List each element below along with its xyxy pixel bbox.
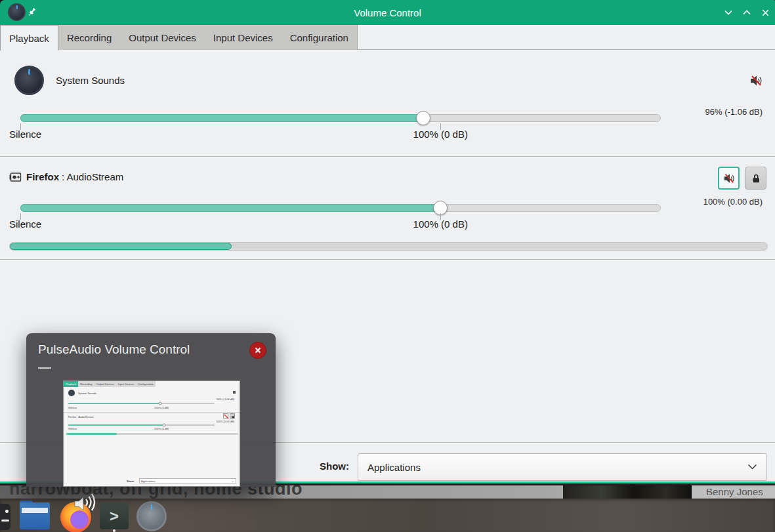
system-sounds-label: System Sounds <box>56 75 125 86</box>
tab-bar: Playback Recording Output Devices Input … <box>0 25 775 50</box>
preview-dash <box>38 367 51 369</box>
system-volume-slider[interactable]: Silence 100% (0 dB) <box>20 114 661 122</box>
running-indicator <box>113 529 115 532</box>
mini-tab-bar: Playback Recording Output Devices Input … <box>64 381 156 387</box>
system-volume-readout: 96% (-1.06 dB) <box>705 107 763 117</box>
app-volume-knob-icon <box>8 3 26 21</box>
preview-close-button[interactable] <box>249 342 266 359</box>
firefox-app-name: Firefox <box>26 171 59 182</box>
firefox-lock-channels-button[interactable] <box>745 167 766 190</box>
close-icon <box>254 346 262 354</box>
firefox-stream-suffix: : AudioStream <box>62 171 123 182</box>
system-sounds-knob-icon <box>14 66 44 95</box>
show-dropdown-value: Applications <box>367 462 747 473</box>
firefox-volume-slider[interactable]: Silence 100% (0 dB) <box>20 204 661 212</box>
mini-lock-button <box>230 413 235 419</box>
tab-input-devices[interactable]: Input Devices <box>205 25 282 50</box>
tab-recording[interactable]: Recording <box>58 25 120 50</box>
preview-thumbnail[interactable]: Playback Recording Output Devices Input … <box>63 380 240 487</box>
firefox-peak-meter <box>9 242 768 251</box>
slider-handle[interactable] <box>416 111 430 125</box>
slider-fill <box>20 114 423 122</box>
mini-firefox-label: Firefox : AudioStream <box>68 415 93 419</box>
menu-icon[interactable] <box>0 504 10 530</box>
background-credit: Benny Jones <box>706 486 763 497</box>
titlebar: Volume Control <box>0 0 775 25</box>
background-video-thumbnail <box>563 485 692 499</box>
window-title: Volume Control <box>0 7 775 18</box>
mini-mute-button <box>223 413 228 419</box>
tab-playback[interactable]: Playback <box>0 25 58 51</box>
mini-knob-icon <box>68 390 75 396</box>
pin-icon[interactable] <box>26 7 37 18</box>
firefox-stream-label: Firefox: AudioStream <box>26 171 123 182</box>
mini-mute-icon <box>233 391 236 394</box>
firefox-mute-button[interactable] <box>718 167 740 190</box>
volume-control-taskbar-icon[interactable] <box>136 501 167 531</box>
lock-icon <box>750 173 762 184</box>
audio-playing-indicator-icon <box>72 491 96 517</box>
tab-strip: Playback Recording Output Devices Input … <box>0 25 358 50</box>
firefox-volume-readout: 100% (0.00 dB) <box>703 197 763 207</box>
roll-up-button[interactable] <box>741 7 753 18</box>
background-headline: narrowboat, off grid, home studio <box>9 485 303 499</box>
separator <box>0 156 775 157</box>
system-mute-icon[interactable] <box>749 73 763 88</box>
max-volume-label: 100% (0 dB) <box>413 218 468 230</box>
show-dropdown[interactable]: Applications <box>358 453 767 481</box>
chevron-down-icon <box>747 464 757 470</box>
roll-down-button[interactable] <box>723 7 734 18</box>
slider-fill <box>20 204 440 212</box>
show-label: Show: <box>320 460 349 472</box>
max-volume-label: 100% (0 dB) <box>413 129 468 140</box>
file-manager-icon[interactable] <box>20 502 50 529</box>
audio-card-icon <box>9 172 22 182</box>
tab-output-devices[interactable]: Output Devices <box>120 25 205 50</box>
background-page-strip: narrowboat, off grid, home studio Benny … <box>0 485 775 499</box>
screen: Volume Control Playback Recording Output… <box>0 0 775 532</box>
silence-label: Silence <box>9 218 41 230</box>
preview-title: PulseAudio Volume Control <box>38 342 190 357</box>
muted-speaker-icon <box>723 172 736 185</box>
close-button[interactable] <box>759 7 771 18</box>
taskbar: > <box>0 499 775 532</box>
taskbar-window-preview: PulseAudio Volume Control Playback Recor… <box>26 333 276 487</box>
tab-configuration[interactable]: Configuration <box>282 25 357 50</box>
peak-meter-fill <box>10 243 232 250</box>
terminal-icon[interactable]: > <box>100 502 129 529</box>
silence-label: Silence <box>9 129 41 140</box>
separator <box>0 259 775 260</box>
